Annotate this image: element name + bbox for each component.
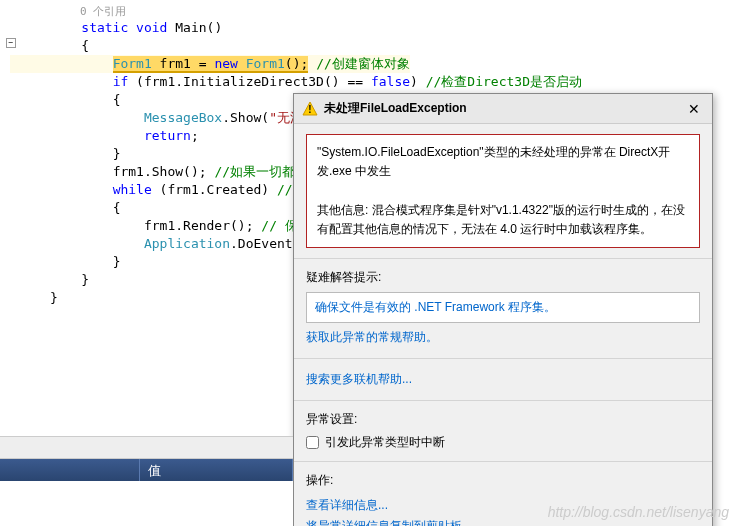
suggestions-section: 疑难解答提示: 确保文件是有效的 .NET Framework 程序集。 获取此… — [294, 259, 712, 359]
suggestion-link[interactable]: 确保文件是有效的 .NET Framework 程序集。 — [315, 297, 691, 318]
error-message: "System.IO.FileLoadException"类型的未经处理的异常在… — [306, 134, 700, 248]
search-section: 搜索更多联机帮助... — [294, 359, 712, 401]
grid-body[interactable] — [0, 481, 293, 526]
suggestions-label: 疑难解答提示: — [306, 269, 700, 286]
code-line: if (frm1.InitializeDirect3D() == false) … — [10, 73, 739, 91]
code-line: { — [10, 37, 739, 55]
close-button[interactable]: ✕ — [684, 101, 704, 117]
watermark: http://blog.csdn.net/lisenyang — [548, 504, 729, 520]
collapse-icon[interactable]: − — [6, 38, 16, 48]
grid-col2[interactable]: 值 — [140, 459, 293, 481]
grid-header: 值 — [0, 459, 293, 481]
svg-text:!: ! — [308, 104, 311, 115]
exception-dialog: ! 未处理FileLoadException ✕ "System.IO.File… — [293, 93, 713, 526]
grid-col1[interactable] — [0, 459, 140, 481]
actions-label: 操作: — [306, 472, 700, 489]
bottom-panel: 值 — [0, 436, 293, 526]
break-checkbox-label: 引发此异常类型时中断 — [325, 434, 445, 451]
reference-count[interactable]: 0 个引用 — [10, 4, 739, 19]
search-help-link[interactable]: 搜索更多联机帮助... — [306, 369, 700, 390]
help-link[interactable]: 获取此异常的常规帮助。 — [306, 327, 700, 348]
break-checkbox[interactable] — [306, 436, 319, 449]
tab-bar[interactable] — [0, 437, 293, 459]
error-section: "System.IO.FileLoadException"类型的未经处理的异常在… — [294, 124, 712, 259]
highlighted-line: Form1 frm1 = new Form1(); //创建窗体对象 — [10, 55, 410, 73]
dialog-titlebar: ! 未处理FileLoadException ✕ — [294, 94, 712, 124]
exception-settings-label: 异常设置: — [306, 411, 700, 428]
code-line: static void Main() — [10, 19, 739, 37]
warning-icon: ! — [302, 101, 318, 117]
exception-settings-section: 异常设置: 引发此异常类型时中断 — [294, 401, 712, 462]
dialog-title-text: 未处理FileLoadException — [324, 100, 684, 117]
suggestion-box: 确保文件是有效的 .NET Framework 程序集。 — [306, 292, 700, 323]
